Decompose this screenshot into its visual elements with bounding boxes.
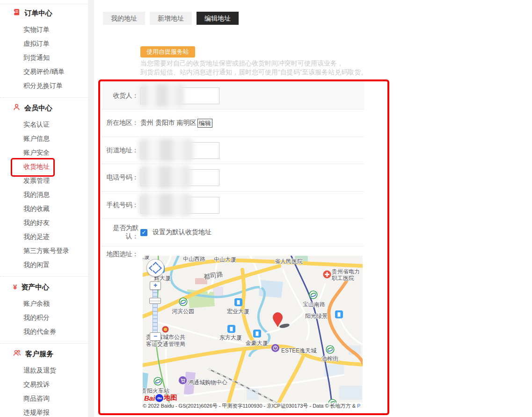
baidu-logo-text: Bai (144, 394, 155, 402)
mobile-row: 手机号码： (102, 192, 364, 219)
sidebar-item[interactable]: 我的收藏 (0, 201, 88, 216)
people-icon (13, 349, 21, 359)
zoom-in-button[interactable]: + (150, 281, 161, 290)
sidebar-item[interactable]: 实物订单 (0, 22, 88, 36)
sidebar-item[interactable]: 交易评价/晒单 (0, 65, 88, 79)
building-poi-icon (234, 298, 242, 308)
sidebar-item[interactable]: 违规举报 (0, 405, 88, 417)
street-row: 街道地址： (102, 137, 364, 164)
consignee-label: 收货人： (100, 92, 138, 100)
telephone-input[interactable] (140, 169, 219, 186)
map-copyright-text: © 2022 Baidu - GS(2021)6026号 - 甲测资字11009… (143, 403, 357, 409)
zoom-out-button[interactable]: − (150, 332, 161, 341)
consignee-row: 收货人： (102, 82, 364, 109)
sidebar-item[interactable]: 发票管理 (0, 173, 88, 187)
place-label: 宏业大厦 (227, 308, 249, 316)
use-pickup-station-button[interactable]: 使用自提服务站 (140, 46, 195, 58)
pickup-description-line1: 当您需要对自己的收货地址保密或担心收货时间冲突时可使用该业务， (140, 59, 367, 68)
zoom-slider-handle[interactable] (149, 298, 161, 304)
mall-poi-icon (179, 376, 187, 386)
sidebar-item[interactable]: 我的闲置 (0, 258, 88, 272)
sidebar-item[interactable]: 第三方账号登录 (0, 244, 88, 258)
sidebar-item[interactable]: 我的积分 (0, 310, 88, 324)
default-row: 是否为默认： ✓ 设置为默认收货地址 (102, 219, 364, 246)
telephone-row: 电话号码： (102, 164, 364, 192)
sidebar-item[interactable]: 我的代金券 (0, 324, 88, 338)
consignee-input[interactable] (140, 87, 219, 104)
place-label: 省人民医院 (275, 258, 303, 266)
sidebar-section-member-center: 会员中心 (13, 103, 88, 113)
sidebar: 订单中心 实物订单 虚拟订单 到货通知 交易评价/晒单 积分兑换订单 会员中心 … (0, 0, 88, 417)
sidebar-item[interactable]: 虚拟订单 (0, 36, 88, 50)
sidebar-item[interactable]: 我的好友 (0, 216, 88, 230)
sidebar-section-order-center: 订单中心 (13, 8, 88, 18)
yuan-icon: ¥ (13, 282, 17, 292)
metro-station-label: 油榨街 (321, 355, 338, 363)
pickup-description-line2: 到货后短信、站内消息进行通知，届时您可使用“自提码”至该服务站兑码取货。 (140, 68, 367, 77)
building-poi-icon (227, 325, 235, 335)
sidebar-item[interactable]: 实名认证 (0, 117, 88, 131)
sidebar-item[interactable]: 到货通知 (0, 50, 88, 65)
building-poi-icon (335, 310, 343, 320)
sidebar-content-gap (88, 0, 94, 417)
tab-new-address[interactable]: 新增地址 (150, 12, 192, 25)
sidebar-section-asset-center: ¥ 资产中心 (13, 282, 88, 292)
tab-my-address[interactable]: 我的地址 (103, 12, 145, 25)
zoom-slider-track[interactable] (153, 289, 158, 334)
pickup-description: 当您需要对自己的收货地址保密或担心收货时间冲突时可使用该业务， 到货后短信、站内… (140, 59, 367, 77)
sidebar-item[interactable]: 积分兑换订单 (0, 79, 88, 93)
sidebar-section-title: 会员中心 (24, 103, 52, 113)
place-label: ESTEE逸天城 (281, 347, 316, 355)
place-label: 阳光绿景 (305, 312, 328, 320)
map-copyright: © 2022 Baidu - GS(2021)6026号 - 甲测资字11009… (143, 403, 386, 409)
mobile-input[interactable] (140, 197, 219, 214)
place-label-partial: 大厦 (143, 256, 150, 261)
baidu-maps-logo: Bai du 地图 (144, 394, 177, 402)
address-tabs: 我的地址 新增地址 编辑地址 (103, 12, 239, 25)
street-label: 街道地址： (100, 146, 138, 155)
baidu-paw-icon: du (155, 394, 163, 402)
place-label: 东方大厦 (219, 334, 242, 342)
place-label: 中山大厦 (214, 256, 236, 264)
sidebar-divider (0, 97, 88, 98)
metro-station-label: 宝山南路 (303, 301, 325, 309)
tab-edit-address[interactable]: 编辑地址 (197, 12, 239, 25)
sidebar-divider (0, 343, 88, 344)
street-input[interactable] (140, 142, 219, 159)
agency-label-line2: 客运交通管理局 (146, 340, 185, 348)
metro-station-icon (309, 290, 318, 301)
metro-station-icon (153, 377, 162, 388)
sidebar-item-shipping-address[interactable]: 收货地址 (0, 159, 88, 173)
place-label: 金豪大厦 (246, 339, 268, 347)
region-edit-button[interactable]: 编辑 (197, 119, 212, 128)
region-row: 所在地区： 贵州 贵阳市 南明区 编辑 (102, 109, 364, 137)
metro-station-icon (326, 345, 335, 356)
telephone-label: 电话号码： (100, 173, 138, 182)
map-canvas[interactable]: 中山西路 中山大厦 省人民医院 都司路 贵州省电力 职工医院 辉大厦 大厦 河滨… (143, 256, 363, 409)
road-label: 中山西路 (183, 256, 205, 263)
place-label: 河滨公园 (172, 308, 194, 316)
building-poi-icon (253, 330, 261, 339)
sidebar-item[interactable]: 账户信息 (0, 131, 88, 145)
sidebar-item[interactable]: 商品咨询 (0, 391, 88, 405)
sidebar-top-divider (0, 4, 88, 4)
sidebar-item[interactable]: 交易投诉 (0, 377, 88, 391)
hospital-poi-icon (323, 270, 331, 280)
sidebar-section-title: 资产中心 (21, 282, 49, 292)
default-address-checkbox[interactable]: ✓ (140, 229, 147, 236)
sidebar-item[interactable]: 退款及退货 (0, 363, 88, 377)
mobile-label: 手机号码： (100, 201, 138, 209)
sidebar-section-title: 客户服务 (25, 349, 53, 359)
hospital-label-line2: 职工医院 (332, 274, 354, 282)
metro-station-icon (179, 297, 188, 308)
map-pan-control[interactable] (146, 259, 164, 277)
default-checkbox-text: 设置为默认收货地址 (153, 228, 211, 237)
sidebar-item[interactable]: 我的消息 (0, 187, 88, 201)
page: 订单中心 实物订单 虚拟订单 到货通知 交易评价/晒单 积分兑换订单 会员中心 … (0, 0, 532, 417)
sidebar-section-title: 订单中心 (24, 8, 52, 18)
sidebar-item[interactable]: 我的足迹 (0, 230, 88, 244)
sidebar-item[interactable]: 账户余额 (0, 296, 88, 310)
region-label: 所在地区： (100, 119, 138, 127)
order-document-icon (13, 8, 20, 18)
sidebar-item[interactable]: 账户安全 (0, 145, 88, 159)
